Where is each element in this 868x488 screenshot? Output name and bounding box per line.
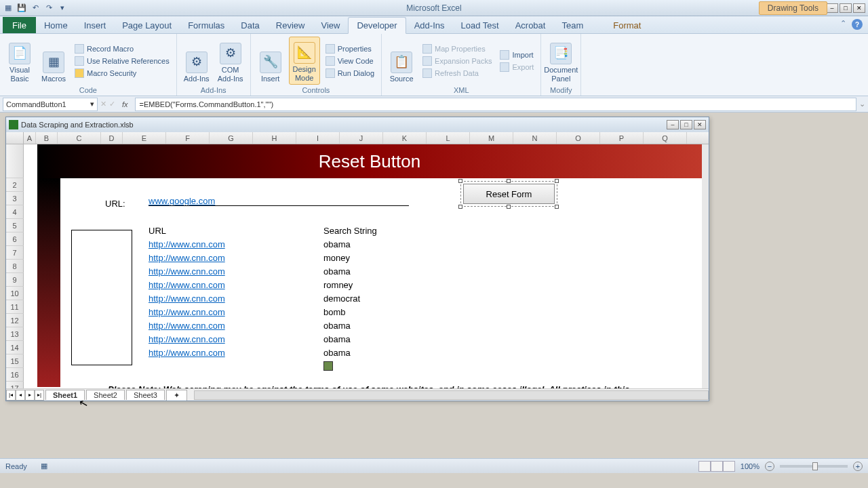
row-header-4[interactable]: 4 xyxy=(6,205,24,219)
rectangle-shape[interactable] xyxy=(71,230,132,365)
next-sheet-button[interactable]: ▸ xyxy=(25,390,35,401)
dropdown-icon[interactable]: ▾ xyxy=(90,100,94,108)
col-header-O[interactable]: O xyxy=(557,132,600,144)
tab-page-layout[interactable]: Page Layout xyxy=(114,18,180,33)
save-icon[interactable]: 💾 xyxy=(16,3,27,14)
col-header-A[interactable]: A xyxy=(24,132,36,144)
row-header-12[interactable]: 12 xyxy=(6,314,24,327)
enter-formula-icon[interactable]: ✓ xyxy=(109,100,115,108)
col-header-Q[interactable]: Q xyxy=(644,132,687,144)
row-header-9[interactable]: 9 xyxy=(6,273,24,287)
page-break-view-button[interactable] xyxy=(723,461,735,472)
prev-sheet-button[interactable]: ◂ xyxy=(16,390,25,401)
selection-handle-nw[interactable] xyxy=(458,179,462,183)
design-mode-button[interactable]: 📐Design Mode xyxy=(289,37,320,85)
normal-view-button[interactable] xyxy=(698,461,711,472)
data-url-7[interactable]: http://www.cnn.com xyxy=(149,334,225,344)
col-header-G[interactable]: G xyxy=(210,132,253,144)
help-icon[interactable]: ? xyxy=(852,19,863,30)
visual-basic-button[interactable]: 📄Visual Basic xyxy=(4,37,35,85)
qat-dropdown-icon[interactable]: ▾ xyxy=(57,3,68,14)
document-panel-button[interactable]: 📑Document Panel xyxy=(545,37,576,85)
insert-control-button[interactable]: 🔧Insert xyxy=(255,37,286,85)
wb-maximize-button[interactable]: □ xyxy=(680,120,692,129)
tab-view[interactable]: View xyxy=(313,18,348,33)
selection-handle-se[interactable] xyxy=(555,205,559,209)
col-header-D[interactable]: D xyxy=(101,132,123,144)
close-button[interactable]: ✕ xyxy=(853,3,865,13)
horizontal-scrollbar[interactable] xyxy=(194,390,709,400)
row-header-13[interactable]: 13 xyxy=(6,327,24,341)
refresh-data-button[interactable]: Refresh Data xyxy=(420,68,494,79)
tab-file[interactable]: File xyxy=(3,17,36,33)
row-header-7[interactable]: 7 xyxy=(6,246,24,260)
selection-handle-ne[interactable] xyxy=(555,179,559,183)
macros-button[interactable]: ▦Macros xyxy=(38,37,69,85)
select-all-corner[interactable] xyxy=(6,132,24,144)
tab-developer[interactable]: Developer xyxy=(348,17,406,34)
tab-format[interactable]: Format xyxy=(605,18,649,33)
col-header-H[interactable]: H xyxy=(253,132,296,144)
tab-load-test[interactable]: Load Test xyxy=(452,18,507,33)
run-dialog-button[interactable]: Run Dialog xyxy=(323,68,377,79)
com-addins-button[interactable]: ⚙COM Add-Ins xyxy=(215,37,246,85)
col-header-L[interactable]: L xyxy=(427,132,470,144)
undo-icon[interactable]: ↶ xyxy=(30,3,41,14)
zoom-level[interactable]: 100% xyxy=(741,462,760,470)
relative-refs-button[interactable]: Use Relative References xyxy=(72,56,172,66)
col-header-E[interactable]: E xyxy=(123,132,166,144)
row-header-5[interactable]: 5 xyxy=(6,219,24,232)
maximize-button[interactable]: □ xyxy=(840,3,852,13)
col-header-M[interactable]: M xyxy=(470,132,513,144)
col-header-I[interactable]: I xyxy=(296,132,340,144)
sheet-tab-2[interactable]: Sheet2 xyxy=(86,390,125,400)
col-header-B[interactable]: B xyxy=(36,132,58,144)
row-header-16[interactable]: 16 xyxy=(6,368,24,382)
row-header-3[interactable]: 3 xyxy=(6,192,24,205)
import-button[interactable]: Import xyxy=(497,49,536,60)
cancel-formula-icon[interactable]: ✕ xyxy=(100,100,106,108)
tab-data[interactable]: Data xyxy=(233,18,267,33)
row-header-8[interactable]: 8 xyxy=(6,260,24,273)
row-header-6[interactable]: 6 xyxy=(6,232,24,246)
zoom-in-button[interactable]: + xyxy=(853,462,863,471)
tab-review[interactable]: Review xyxy=(268,18,313,33)
tab-acrobat[interactable]: Acrobat xyxy=(507,18,554,33)
row-header-11[interactable]: 11 xyxy=(6,300,24,314)
tab-insert[interactable]: Insert xyxy=(76,18,115,33)
export-button[interactable]: Export xyxy=(497,62,536,73)
macro-record-icon[interactable]: ▦ xyxy=(41,462,47,470)
selection-handle-sw[interactable] xyxy=(458,205,462,209)
minimize-ribbon-icon[interactable]: ⌃ xyxy=(840,19,846,30)
data-url-6[interactable]: http://www.cnn.com xyxy=(149,321,225,331)
col-header-P[interactable]: P xyxy=(600,132,644,144)
wb-close-button[interactable]: ✕ xyxy=(694,120,706,129)
row-header-17[interactable]: 17 xyxy=(6,382,24,388)
row-header-10[interactable]: 10 xyxy=(6,287,24,300)
zoom-slider[interactable] xyxy=(780,465,848,468)
view-code-button[interactable]: View Code xyxy=(323,56,377,66)
vertical-scrollbar[interactable] xyxy=(702,144,709,388)
expansion-packs-button[interactable]: Expansion Packs xyxy=(420,56,494,66)
col-header-J[interactable]: J xyxy=(340,132,383,144)
data-url-5[interactable]: http://www.cnn.com xyxy=(149,307,225,317)
col-header-N[interactable]: N xyxy=(513,132,557,144)
tab-formulas[interactable]: Formulas xyxy=(180,18,233,33)
formula-input[interactable]: =EMBED("Forms.CommandButton.1","") xyxy=(135,98,856,111)
sheet-tab-3[interactable]: Sheet3 xyxy=(126,390,165,400)
minimize-button[interactable]: – xyxy=(826,3,838,13)
row-header-[interactable] xyxy=(6,144,24,178)
tab-add-ins[interactable]: Add-Ins xyxy=(406,18,453,33)
data-url-3[interactable]: http://www.cnn.com xyxy=(149,280,225,290)
tab-team[interactable]: Team xyxy=(553,18,591,33)
map-properties-button[interactable]: Map Properties xyxy=(420,43,494,54)
row-header-2[interactable]: 2 xyxy=(6,178,24,192)
col-header-F[interactable]: F xyxy=(166,132,210,144)
data-url-0[interactable]: http://www.cnn.com xyxy=(149,239,225,249)
row-header-15[interactable]: 15 xyxy=(6,354,24,368)
reset-form-button[interactable]: Reset Form xyxy=(463,184,555,204)
data-url-8[interactable]: http://www.cnn.com xyxy=(149,348,225,358)
cells-area[interactable]: Reset Button URL: www.google.com Reset F… xyxy=(24,144,702,388)
smart-tag-icon[interactable] xyxy=(323,361,333,371)
data-url-1[interactable]: http://www.cnn.com xyxy=(149,253,225,263)
